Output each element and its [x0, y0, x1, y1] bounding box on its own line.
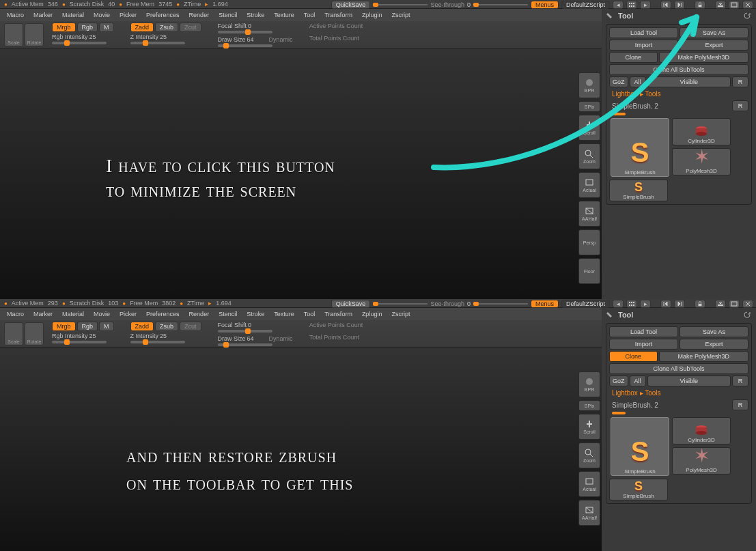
- minimize-window-icon[interactable]: [715, 1, 726, 9]
- rgb-toggle[interactable]: Rgb: [77, 322, 98, 331]
- export-button[interactable]: Export: [680, 339, 748, 350]
- make-polymesh-button[interactable]: Make PolyMesh3D: [659, 351, 748, 362]
- quicksave-slider[interactable]: [373, 302, 428, 306]
- spix-label[interactable]: SPix: [578, 101, 600, 112]
- maximize-window-icon[interactable]: [729, 1, 740, 9]
- persp-button[interactable]: Persp: [578, 229, 600, 255]
- zadd-toggle[interactable]: Zadd: [130, 23, 154, 32]
- tool-r-button[interactable]: R: [732, 100, 748, 111]
- close-window-icon[interactable]: [742, 1, 753, 9]
- collapse-left-icon[interactable]: [660, 1, 671, 9]
- rgb-intensity-slider[interactable]: [52, 42, 107, 44]
- menu-macro[interactable]: Macro: [4, 10, 27, 20]
- menu-movie[interactable]: Movie: [91, 10, 113, 20]
- menu-preferences[interactable]: Preferences: [143, 309, 182, 319]
- collapse-right-icon[interactable]: [674, 300, 685, 308]
- zcut-toggle[interactable]: Zcut: [180, 322, 201, 331]
- menu-render[interactable]: Render: [186, 309, 212, 319]
- tool-palette-header[interactable]: Tool: [602, 9, 756, 23]
- zsub-toggle[interactable]: Zsub: [155, 322, 178, 331]
- scale-tool[interactable]: Scale: [4, 322, 23, 345]
- import-button[interactable]: Import: [609, 40, 678, 51]
- rotate-tool[interactable]: Rotate: [25, 322, 44, 345]
- mrgb-toggle[interactable]: Mrgb: [52, 23, 76, 32]
- rgb-toggle[interactable]: Rgb: [77, 23, 98, 32]
- menu-zscript[interactable]: Zscript: [389, 10, 412, 20]
- scroll-button[interactable]: Scroll: [578, 414, 600, 440]
- quicksave-button[interactable]: QuickSave: [331, 1, 371, 9]
- menu-preferences[interactable]: Preferences: [143, 10, 182, 20]
- zadd-toggle[interactable]: Zadd: [130, 322, 154, 331]
- menu-texture[interactable]: Texture: [271, 10, 297, 20]
- menu-marker[interactable]: Marker: [31, 10, 55, 20]
- rotate-tool[interactable]: Rotate: [25, 23, 44, 46]
- tool-thumb-polymesh3d[interactable]: ✶ PolyMesh3D: [672, 148, 731, 175]
- aahalf-button[interactable]: AAHalf: [578, 500, 600, 526]
- tool-thumb-cylinder3d[interactable]: Cylinder3D: [672, 118, 731, 145]
- bpr-button[interactable]: BPR: [578, 72, 600, 98]
- menu-material[interactable]: Material: [59, 10, 87, 20]
- scroll-button[interactable]: Scroll: [578, 115, 600, 141]
- menu-stencil[interactable]: Stencil: [216, 10, 240, 20]
- menu-picker[interactable]: Picker: [117, 309, 139, 319]
- menu-picker[interactable]: Picker: [117, 10, 139, 20]
- load-tool-button[interactable]: Load Tool: [609, 27, 678, 38]
- rgb-intensity-slider[interactable]: [52, 341, 107, 343]
- z-intensity-slider[interactable]: [130, 341, 185, 343]
- menu-zplugin[interactable]: Zplugin: [359, 309, 385, 319]
- zcut-toggle[interactable]: Zcut: [180, 23, 201, 32]
- tool-palette-header[interactable]: Tool: [602, 308, 756, 322]
- see-through-slider[interactable]: [473, 302, 528, 306]
- menus-button[interactable]: Menus: [531, 1, 559, 9]
- grid-view-icon[interactable]: [626, 1, 637, 9]
- quicksave-button[interactable]: QuickSave: [331, 300, 371, 308]
- see-through-slider[interactable]: [473, 3, 528, 7]
- next-nav-icon[interactable]: ▸: [640, 1, 651, 9]
- spix-label[interactable]: SPix: [578, 400, 600, 411]
- goz-r-button[interactable]: R: [732, 76, 748, 87]
- lightbox-tools-link[interactable]: Lightbox ▸ Tools: [609, 89, 748, 99]
- goz-visible-button[interactable]: Visible: [647, 76, 731, 87]
- export-button[interactable]: Export: [680, 40, 748, 51]
- grid-view-icon[interactable]: [626, 300, 637, 308]
- goz-button[interactable]: GoZ: [609, 76, 628, 87]
- next-nav-icon[interactable]: ▸: [640, 300, 651, 308]
- m-toggle[interactable]: M: [99, 322, 114, 331]
- close-window-icon[interactable]: [742, 300, 753, 308]
- goz-button[interactable]: GoZ: [609, 376, 628, 386]
- collapse-left-icon[interactable]: [660, 300, 671, 308]
- mrgb-toggle[interactable]: Mrgb: [52, 322, 76, 331]
- scale-tool[interactable]: Scale: [4, 23, 23, 46]
- prev-nav-icon[interactable]: ◂: [613, 300, 624, 308]
- goz-visible-button[interactable]: Visible: [647, 376, 731, 386]
- save-as-button[interactable]: Save As: [680, 27, 748, 38]
- m-toggle[interactable]: M: [99, 23, 114, 32]
- zoom-button[interactable]: Zoom: [578, 143, 600, 169]
- maximize-window-icon[interactable]: [729, 300, 740, 308]
- tool-thumb-simplebrush-small[interactable]: S SimpleBrush: [609, 180, 668, 201]
- quicksave-slider[interactable]: [373, 3, 428, 7]
- tool-thumb-simplebrush[interactable]: S SimpleBrush: [611, 118, 669, 177]
- menu-tool[interactable]: Tool: [301, 309, 318, 319]
- tool-thumb-polymesh3d[interactable]: ✶ PolyMesh3D: [672, 447, 731, 475]
- clone-button[interactable]: Clone: [609, 52, 658, 63]
- z-intensity-slider[interactable]: [130, 42, 185, 44]
- menu-stencil[interactable]: Stencil: [216, 309, 240, 319]
- focal-shift-slider[interactable]: [218, 31, 272, 33]
- import-button[interactable]: Import: [609, 339, 678, 350]
- clone-button[interactable]: Clone: [609, 351, 658, 362]
- menu-transform[interactable]: Transform: [322, 10, 355, 20]
- goz-all-button[interactable]: All: [630, 76, 646, 87]
- menu-material[interactable]: Material: [59, 309, 87, 319]
- menu-render[interactable]: Render: [186, 10, 212, 20]
- actual-button[interactable]: Actual: [578, 471, 600, 497]
- zsub-toggle[interactable]: Zsub: [155, 23, 178, 32]
- menus-button[interactable]: Menus: [531, 300, 559, 308]
- lock-icon[interactable]: [695, 300, 705, 308]
- menu-zscript[interactable]: Zscript: [389, 309, 412, 319]
- menu-transform[interactable]: Transform: [322, 309, 355, 319]
- collapse-right-icon[interactable]: [674, 1, 685, 9]
- make-polymesh-button[interactable]: Make PolyMesh3D: [659, 52, 748, 63]
- tool-thumb-simplebrush[interactable]: S SimpleBrush: [611, 417, 669, 476]
- floor-button[interactable]: Floor: [578, 258, 600, 284]
